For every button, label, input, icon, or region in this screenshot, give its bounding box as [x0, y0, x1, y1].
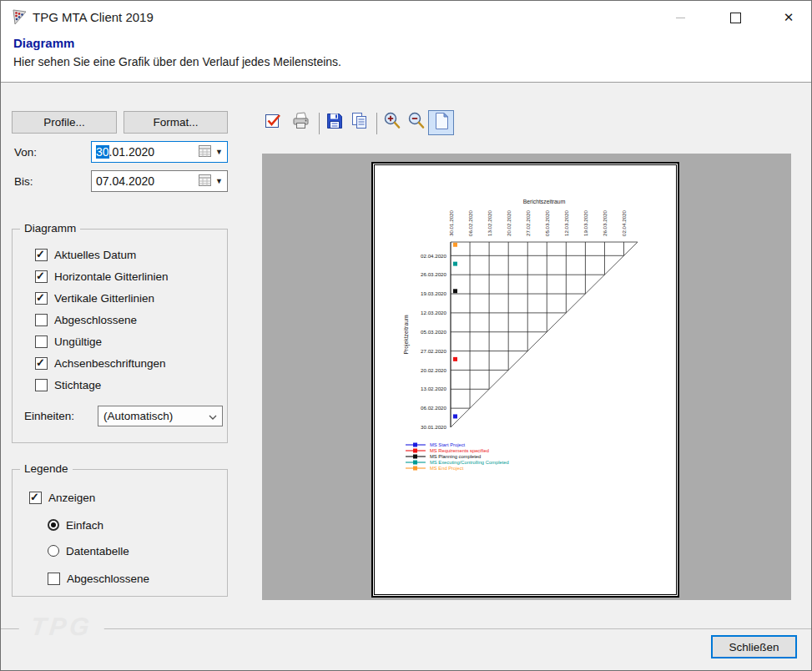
window-title: TPG MTA Client 2019 [33, 10, 154, 24]
radio-datentabelle[interactable]: Datentabelle [48, 543, 129, 558]
checkbox-box[interactable] [35, 249, 48, 261]
format-button-label: Format... [153, 116, 198, 129]
svg-text:MS Executing/Controlling Compl: MS Executing/Controlling Completed [430, 460, 509, 465]
svg-text:MS Start Project: MS Start Project [430, 442, 466, 447]
svg-text:19.03.2020: 19.03.2020 [583, 209, 588, 236]
checkbox-label: Horizontale Gitterlinien [54, 270, 169, 283]
close-icon: ✕ [784, 10, 794, 25]
chevron-down-icon [209, 410, 217, 422]
tpg-watermark: TPG [18, 613, 105, 641]
checkbox-box[interactable] [35, 292, 48, 305]
page-subtitle: Hier sehen Sie eine Grafik über den Verl… [13, 55, 341, 68]
zoom-out-button[interactable] [405, 111, 428, 134]
svg-text:06.02.2020: 06.02.2020 [421, 405, 447, 411]
radio-label: Einfach [66, 519, 103, 532]
svg-text:02.04.2020: 02.04.2020 [421, 253, 447, 259]
von-value-rest-text: .01.2020 [109, 145, 155, 159]
schliessen-button-label: Schließen [729, 641, 779, 653]
checkbox-box[interactable] [35, 379, 48, 391]
svg-text:27.02.2020: 27.02.2020 [421, 348, 447, 354]
copy-icon [350, 111, 370, 134]
checkbox-stichtage[interactable]: Stichtage [35, 377, 101, 392]
calendar-icon[interactable] [199, 145, 211, 159]
format-button[interactable]: Format... [124, 111, 228, 134]
radio-button[interactable] [48, 519, 59, 531]
legend-options-group: Legende Anzeigen Einfach Datentabelle Ab… [12, 469, 228, 597]
radio-einfach[interactable]: Einfach [48, 517, 103, 532]
svg-text:12.03.2020: 12.03.2020 [563, 209, 569, 236]
svg-text:06.02.2020: 06.02.2020 [467, 209, 473, 236]
calendar-icon[interactable] [199, 174, 211, 189]
bis-date-input[interactable]: 07.04.2020 ▼ [91, 170, 228, 192]
checkbox-box[interactable] [35, 314, 48, 326]
print-button[interactable] [289, 111, 312, 134]
svg-text:30.01.2020: 30.01.2020 [421, 424, 447, 430]
report-page: 30.01.202006.02.202013.02.202020.02.2020… [374, 164, 677, 595]
checkbox-legende-abgeschlossene[interactable]: Abgeschlossene [48, 571, 149, 586]
save-button[interactable] [323, 111, 346, 134]
save-icon [325, 111, 345, 134]
radio-label: Datentabelle [66, 545, 129, 557]
mta-chart: 30.01.202006.02.202013.02.202020.02.2020… [375, 165, 678, 596]
checkbox-label: Abgeschlossene [54, 314, 137, 326]
checkbox-vertikale-gitterlinien[interactable]: Vertikale Gitterlinien [35, 290, 154, 305]
von-value-selected-text: 30 [96, 145, 109, 159]
dialog-window: TPG MTA Client 2019 ✕ Diagramm Hier sehe… [0, 0, 812, 671]
preview-area: 30.01.202006.02.202013.02.202020.02.2020… [262, 154, 791, 600]
svg-text:MS Requirements specified: MS Requirements specified [430, 448, 489, 453]
close-button-titlebar[interactable]: ✕ [769, 4, 808, 31]
von-date-input[interactable]: 30.01.2020 ▼ [91, 141, 228, 163]
bis-dropdown-arrow-icon[interactable]: ▼ [215, 178, 223, 185]
svg-text:26.03.2020: 26.03.2020 [602, 209, 608, 236]
copy-button[interactable] [348, 111, 371, 134]
profile-button[interactable]: Profile... [12, 111, 117, 134]
checkbox-label: Achsenbeschriftungen [54, 357, 166, 370]
checkbox-achsenbeschriftungen[interactable]: Achsenbeschriftungen [35, 356, 166, 371]
diagram-options-group: Diagramm Aktuelles Datum Horizontale Git… [12, 229, 228, 443]
von-dropdown-arrow-icon[interactable]: ▼ [215, 149, 223, 156]
zoom-in-icon [382, 111, 402, 134]
checkbox-horizontale-gitterlinien[interactable]: Horizontale Gitterlinien [35, 269, 169, 284]
checkbox-label: Abgeschlossene [67, 573, 149, 585]
maximize-button[interactable] [716, 4, 754, 31]
svg-text:Projektzeitraum: Projektzeitraum [403, 315, 410, 355]
svg-text:13.02.2020: 13.02.2020 [421, 386, 447, 391]
svg-text:20.02.2020: 20.02.2020 [421, 367, 447, 373]
checkbox-aktuelles-datum[interactable]: Aktuelles Datum [35, 247, 136, 262]
full-page-view-button[interactable] [428, 110, 454, 135]
checkbox-ungueltige[interactable]: Ungültige [35, 334, 102, 349]
schliessen-button[interactable]: Schließen [711, 635, 797, 658]
einheiten-label: Einheiten: [24, 410, 74, 422]
toolbar-separator [319, 113, 320, 134]
checkbox-box[interactable] [48, 573, 60, 585]
svg-text:20.02.2020: 20.02.2020 [506, 209, 512, 236]
svg-text:Berichtszeitraum: Berichtszeitraum [523, 199, 566, 204]
zoom-in-button[interactable] [381, 111, 404, 134]
svg-text:05.03.2020: 05.03.2020 [421, 329, 447, 335]
checkbox-box[interactable] [35, 270, 48, 283]
svg-text:MS Planning completed: MS Planning completed [430, 454, 481, 459]
radio-button[interactable] [48, 545, 59, 557]
checkbox-abgeschlossene[interactable]: Abgeschlossene [35, 312, 137, 327]
svg-text:05.03.2020: 05.03.2020 [544, 209, 550, 236]
minimize-icon [676, 18, 685, 18]
svg-text:19.03.2020: 19.03.2020 [421, 290, 447, 296]
checkbox-label: Vertikale Gitterlinien [54, 292, 154, 305]
svg-text:27.02.2020: 27.02.2020 [525, 209, 531, 236]
checkbox-label: Anzeigen [48, 492, 95, 504]
validate-report-button[interactable] [261, 111, 285, 134]
bis-label: Bis: [14, 175, 33, 188]
checkbox-box[interactable] [35, 357, 48, 370]
print-icon [290, 111, 311, 134]
bis-value-text: 07.04.2020 [96, 174, 154, 188]
checkbox-box[interactable] [29, 492, 42, 504]
svg-text:12.03.2020: 12.03.2020 [421, 310, 447, 315]
minimize-button[interactable] [661, 4, 699, 31]
einheiten-select[interactable]: (Automatisch) [98, 406, 223, 426]
title-header-zone: TPG MTA Client 2019 ✕ Diagramm Hier sehe… [1, 1, 811, 83]
maximize-icon [730, 13, 741, 23]
checkbox-box[interactable] [35, 336, 48, 348]
full-page-view-icon [432, 111, 451, 134]
checkbox-anzeigen[interactable]: Anzeigen [29, 490, 95, 505]
page-title: Diagramm [13, 36, 74, 50]
